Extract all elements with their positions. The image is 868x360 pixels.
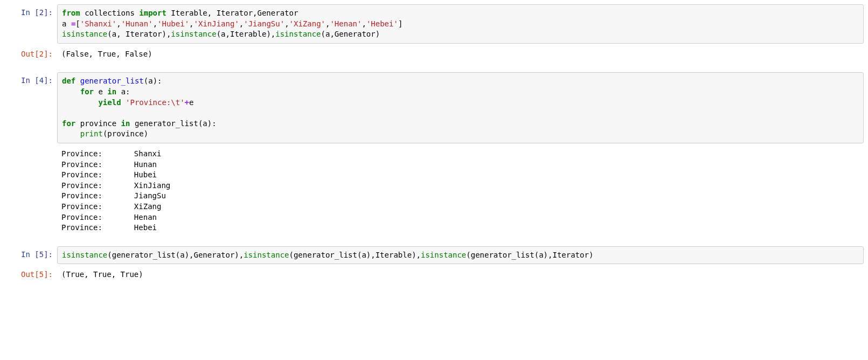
code-input-area[interactable]: from collections import Iterable, Iterat… [57,4,864,44]
input-prompt: In [2]: [4,4,57,22]
code-input-area[interactable]: isinstance(generator_list(a),Generator),… [57,246,864,265]
code-input-area[interactable]: def generator_list(a): for e in a: yield… [57,72,864,143]
code-cell: In [2]: from collections import Iterable… [4,4,864,44]
output-cell: Out[2]: (False, True, False) [4,46,864,63]
input-prompt: In [5]: [4,246,57,264]
stdout-cell: Province: Shanxi Province: Hunan Provinc… [4,146,864,237]
stdout-text: Province: Shanxi Province: Hunan Provinc… [57,146,864,237]
output-cell: Out[5]: (True, True, True) [4,266,864,283]
output-prompt: Out[2]: [4,46,57,63]
output-prompt: Out[5]: [4,266,57,283]
code-cell: In [4]: def generator_list(a): for e in … [4,72,864,143]
input-prompt: In [4]: [4,72,57,89]
empty-prompt [4,146,57,152]
output-text: (False, True, False) [57,46,864,63]
code-cell: In [5]: isinstance(generator_list(a),Gen… [4,246,864,265]
output-text: (True, True, True) [57,266,864,283]
